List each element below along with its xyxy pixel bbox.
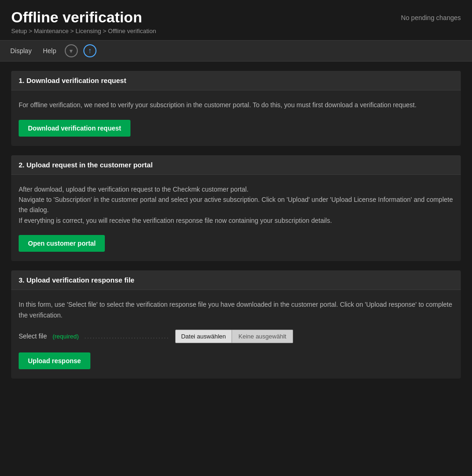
open-customer-portal-button[interactable]: Open customer portal — [19, 235, 105, 252]
upload-response-button[interactable]: Upload response — [19, 352, 90, 369]
file-required-label: (required) — [53, 333, 79, 340]
section-2-card: 2. Upload request in the customer portal… — [11, 155, 461, 262]
section-2-line-3: If everything is correct, you will recei… — [19, 217, 332, 224]
section-1-card: 1. Download verification request For off… — [11, 71, 461, 145]
choose-file-button[interactable]: Datei auswählen — [175, 330, 232, 343]
page-header: Offline verification Setup > Maintenance… — [0, 0, 472, 34]
file-dots: ............................... — [84, 332, 170, 340]
section-2-description: After download, upload the verification … — [19, 184, 453, 226]
file-label: Select file — [19, 332, 47, 340]
section-2-line-1: After download, upload the verification … — [19, 186, 248, 193]
pending-status: No pending changes — [401, 14, 461, 21]
file-upload-row: Select file (required) .................… — [19, 330, 453, 343]
breadcrumb: Setup > Maintenance > Licensing > Offlin… — [11, 28, 156, 34]
page-title: Offline verification — [11, 9, 156, 26]
help-menu[interactable]: Help — [40, 45, 59, 56]
chevron-down-icon[interactable]: ▾ — [65, 44, 78, 57]
download-verification-button[interactable]: Download verification request — [19, 120, 130, 137]
section-2-body: After download, upload the verification … — [11, 175, 461, 262]
upload-icon[interactable]: ↑ — [83, 44, 96, 57]
section-3-card: 3. Upload verification response file In … — [11, 270, 461, 379]
section-1-header: 1. Download verification request — [11, 71, 461, 90]
title-area: Offline verification Setup > Maintenance… — [11, 9, 156, 34]
section-1-description: For offline verification, we need to ver… — [19, 100, 453, 110]
section-1-body: For offline verification, we need to ver… — [11, 90, 461, 145]
section-3-header: 3. Upload verification response file — [11, 270, 461, 290]
file-no-file-label: Keine ausgewählt — [232, 330, 294, 343]
section-3-description: In this form, use 'Select file' to selec… — [19, 299, 453, 320]
file-input-wrapper: Datei auswählen Keine ausgewählt — [175, 330, 294, 343]
section-2-line-2: Navigate to 'Subscription' in the custom… — [19, 196, 453, 214]
display-menu[interactable]: Display — [7, 45, 34, 56]
section-2-header: 2. Upload request in the customer portal — [11, 155, 461, 175]
main-content: 1. Download verification request For off… — [0, 62, 472, 388]
section-3-body: In this form, use 'Select file' to selec… — [11, 290, 461, 379]
toolbar: Display Help ▾ ↑ — [0, 40, 472, 62]
